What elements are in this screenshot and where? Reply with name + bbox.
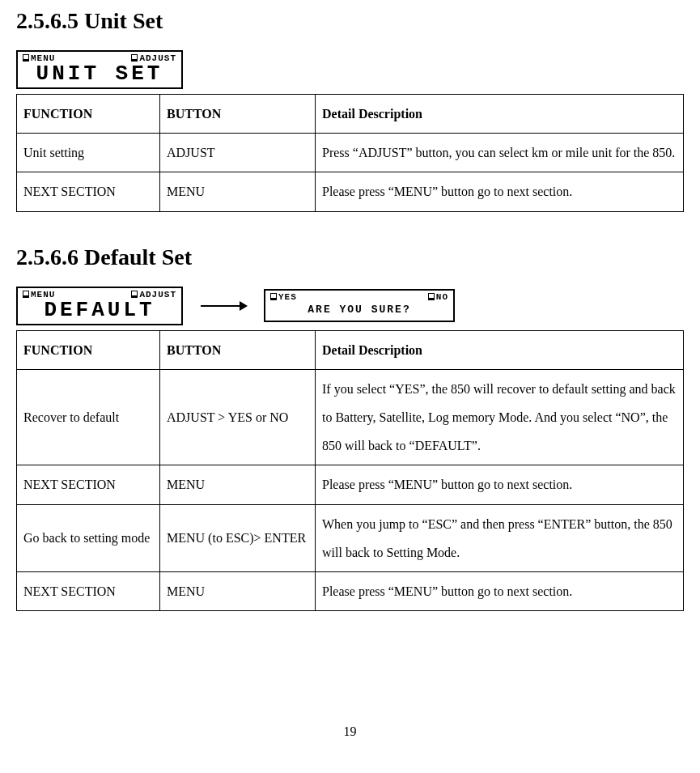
section-heading-default-set: 2.5.6.6 Default Set xyxy=(16,244,684,270)
section-heading-unit-set: 2.5.6.5 Unit Set xyxy=(16,8,684,34)
lcd-main-text: DEFAULT xyxy=(23,299,176,321)
header-button: BUTTON xyxy=(160,330,316,369)
cell-detail: Please press “MENU” button go to next se… xyxy=(316,571,684,610)
svg-marker-1 xyxy=(240,301,248,311)
cell-button: ADJUST xyxy=(160,134,316,172)
header-function: FUNCTION xyxy=(17,95,160,134)
table-header-row: FUNCTION BUTTON Detail Description xyxy=(17,95,684,134)
cell-detail: Please press “MENU” button go to next se… xyxy=(316,465,684,504)
header-button: BUTTON xyxy=(160,95,316,134)
lcd-row-unit-set: MENU ADJUST UNIT SET xyxy=(16,50,684,89)
table-row: NEXT SECTION MENU Please press “MENU” bu… xyxy=(17,172,684,211)
cell-function: Recover to default xyxy=(17,369,160,465)
lcd-screen-confirm: YES NO ARE YOU SURE? xyxy=(264,289,455,322)
table-row: Go back to setting mode MENU (to ESC)> E… xyxy=(17,504,684,571)
cell-detail: Press “ADJUST” button, you can select km… xyxy=(316,134,684,172)
cell-function: NEXT SECTION xyxy=(17,172,160,211)
table-row: Recover to default ADJUST > YES or NO If… xyxy=(17,369,684,465)
default-set-table: FUNCTION BUTTON Detail Description Recov… xyxy=(16,330,684,612)
cell-function: NEXT SECTION xyxy=(17,465,160,504)
lcd-screen-unit-set: MENU ADJUST UNIT SET xyxy=(16,50,183,89)
cell-button: MENU xyxy=(160,571,316,610)
cell-detail: If you select “YES”, the 850 will recove… xyxy=(316,369,684,465)
lcd-yes-label: YES xyxy=(270,292,297,302)
cell-button: MENU (to ESC)> ENTER xyxy=(160,504,316,571)
cell-button: ADJUST > YES or NO xyxy=(160,369,316,465)
header-detail: Detail Description xyxy=(316,95,684,134)
cell-button: MENU xyxy=(160,172,316,211)
cell-function: Unit setting xyxy=(17,134,160,172)
cell-function: NEXT SECTION xyxy=(17,571,160,610)
lcd-row-default-set: MENU ADJUST DEFAULT YES NO ARE YOU SURE? xyxy=(16,287,684,325)
lcd-main-text: ARE YOU SURE? xyxy=(270,302,448,317)
lcd-main-text: UNIT SET xyxy=(23,63,176,84)
header-detail: Detail Description xyxy=(316,330,684,369)
table-row: NEXT SECTION MENU Please press “MENU” bu… xyxy=(17,465,684,504)
lcd-screen-default: MENU ADJUST DEFAULT xyxy=(16,287,183,325)
cell-function: Go back to setting mode xyxy=(17,504,160,571)
page-number: 19 xyxy=(16,724,684,739)
header-function: FUNCTION xyxy=(17,330,160,369)
table-header-row: FUNCTION BUTTON Detail Description xyxy=(17,330,684,369)
table-row: Unit setting ADJUST Press “ADJUST” butto… xyxy=(17,134,684,172)
cell-detail: When you jump to “ESC” and then press “E… xyxy=(316,504,684,571)
cell-detail: Please press “MENU” button go to next se… xyxy=(316,172,684,211)
lcd-no-label: NO xyxy=(428,292,448,302)
unit-set-table: FUNCTION BUTTON Detail Description Unit … xyxy=(16,94,684,212)
table-row: NEXT SECTION MENU Please press “MENU” bu… xyxy=(17,571,684,610)
cell-button: MENU xyxy=(160,465,316,504)
arrow-icon xyxy=(199,299,248,312)
